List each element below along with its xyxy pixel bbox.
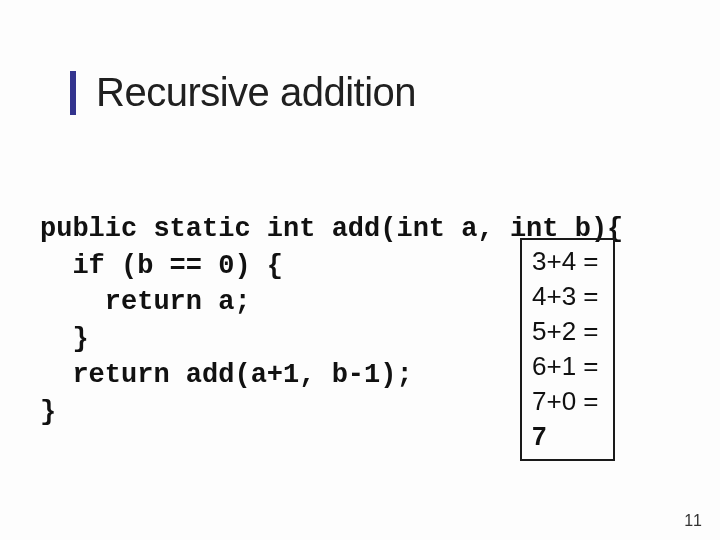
code-line: return a; xyxy=(40,287,251,317)
code-line: if (b == 0) { xyxy=(40,251,283,281)
trace-step: 5+2 = xyxy=(532,314,599,349)
trace-step: 6+1 = xyxy=(532,349,599,384)
slide-title-block: Recursive addition xyxy=(70,70,416,115)
trace-step: 7+0 = xyxy=(532,384,599,419)
slide-title: Recursive addition xyxy=(96,70,416,115)
code-line: } xyxy=(40,324,89,354)
code-line: return add(a+1, b-1); xyxy=(40,360,413,390)
trace-step: 3+4 = xyxy=(532,244,599,279)
trace-step: 4+3 = xyxy=(532,279,599,314)
trace-box: 3+4 = 4+3 = 5+2 = 6+1 = 7+0 = 7 xyxy=(520,238,615,461)
title-accent-bar xyxy=(70,71,76,115)
code-line: } xyxy=(40,397,56,427)
page-number: 11 xyxy=(684,512,702,530)
trace-result: 7 xyxy=(532,419,599,454)
